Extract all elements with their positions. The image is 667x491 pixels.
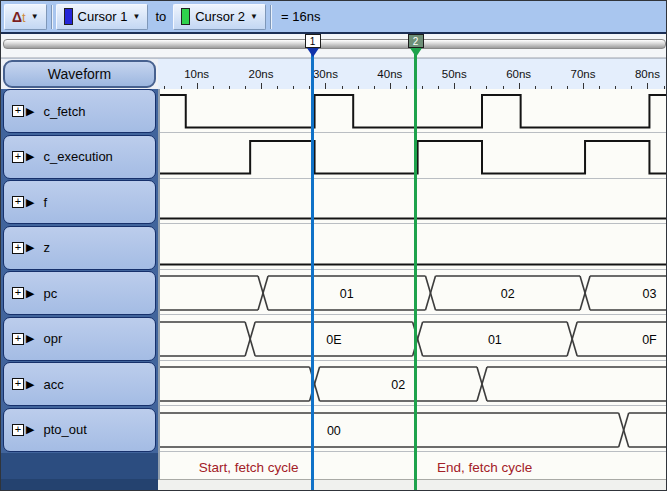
signal-arrow-icon: ▶ bbox=[26, 424, 34, 435]
annotation-text: End, fetch cycle bbox=[437, 460, 532, 475]
cursor1-select[interactable]: Cursor 1 ▼ bbox=[56, 4, 149, 30]
signal-name-label: pto_out bbox=[43, 422, 86, 437]
signal-row-opr[interactable]: +▶opr bbox=[3, 317, 156, 361]
toolbar: Δt ▼ Cursor 1 ▼ to Cursor 2 ▼ = 16ns bbox=[1, 1, 667, 34]
delta-time-value: = 16ns bbox=[275, 9, 326, 24]
panel-bottom-filler bbox=[1, 453, 158, 479]
expand-plus-icon[interactable]: + bbox=[12, 424, 24, 436]
signal-name-label: pc bbox=[43, 286, 57, 301]
cursor1-flag[interactable]: 1 bbox=[305, 34, 321, 48]
signal-row-c_fetch[interactable]: +▶c_fetch bbox=[3, 89, 156, 133]
signal-arrow-icon: ▶ bbox=[26, 197, 34, 208]
chevron-down-icon: ▼ bbox=[31, 13, 39, 21]
bus-value-label: 0F bbox=[642, 332, 657, 346]
expand-plus-icon[interactable]: + bbox=[12, 333, 24, 345]
cursor2-line[interactable] bbox=[414, 49, 417, 491]
ruler-tick-label: 70ns bbox=[571, 68, 596, 80]
signal-name-label: opr bbox=[43, 331, 62, 346]
ruler-tick-label: 40ns bbox=[377, 68, 402, 80]
to-label: to bbox=[151, 9, 170, 24]
signal-row-pc[interactable]: +▶pc bbox=[3, 271, 156, 315]
expand-plus-icon[interactable]: + bbox=[12, 151, 24, 163]
bus-value-label: 02 bbox=[501, 287, 515, 301]
header-row: Waveform 10ns20ns30ns40ns50ns60ns70ns80n… bbox=[1, 58, 667, 89]
annotation-text: Start, fetch cycle bbox=[199, 460, 299, 475]
cursor1-color-swatch bbox=[64, 8, 73, 25]
expand-plus-icon[interactable]: + bbox=[12, 378, 24, 390]
chevron-down-icon: ▼ bbox=[132, 13, 140, 21]
bus-value-label: 0E bbox=[326, 332, 341, 346]
signal-name-label: c_execution bbox=[43, 149, 112, 164]
signal-row-c_execution[interactable]: +▶c_execution bbox=[3, 135, 156, 179]
signal-row-z[interactable]: +▶z bbox=[3, 226, 156, 270]
cursor2-flag-pointer-icon[interactable] bbox=[410, 48, 422, 57]
signal-arrow-icon: ▶ bbox=[26, 106, 34, 117]
signal-name-label: f bbox=[43, 195, 47, 210]
bus-value-label: 00 bbox=[327, 423, 341, 437]
ruler-tick-label: 80ns bbox=[635, 68, 660, 80]
signal-arrow-icon: ▶ bbox=[26, 379, 34, 390]
waveform-viewer-window: Δt ▼ Cursor 1 ▼ to Cursor 2 ▼ = 16ns Wav… bbox=[0, 0, 667, 491]
ruler-tick-label: 30ns bbox=[313, 68, 338, 80]
timeline-ruler[interactable]: 10ns20ns30ns40ns50ns60ns70ns80ns bbox=[158, 59, 667, 90]
expand-plus-icon[interactable]: + bbox=[12, 196, 24, 208]
cursor2-flag[interactable]: 2 bbox=[408, 34, 424, 48]
cursor1-select-label: Cursor 1 bbox=[78, 9, 128, 24]
bus-value-label: 01 bbox=[488, 332, 502, 346]
horizontal-scroll-area[interactable] bbox=[158, 479, 667, 491]
marker-track-strip bbox=[1, 34, 667, 58]
signal-arrow-icon: ▶ bbox=[26, 333, 34, 344]
ruler-tick-label: 60ns bbox=[506, 68, 531, 80]
expand-plus-icon[interactable]: + bbox=[12, 105, 24, 117]
waveform-header-button[interactable]: Waveform bbox=[3, 60, 156, 88]
cursor2-select[interactable]: Cursor 2 ▼ bbox=[173, 4, 266, 30]
cursor2-color-swatch bbox=[181, 8, 190, 25]
cursor1-line[interactable] bbox=[311, 49, 314, 491]
ruler-tick-label: 20ns bbox=[249, 68, 274, 80]
delta-time-label: Δt bbox=[12, 9, 26, 25]
signal-name-label: acc bbox=[43, 377, 63, 392]
signal-row-f[interactable]: +▶f bbox=[3, 180, 156, 224]
signal-name-label: c_fetch bbox=[43, 104, 85, 119]
signal-name-label: z bbox=[43, 240, 50, 255]
cursor1-flag-pointer-icon[interactable] bbox=[307, 48, 319, 57]
ruler-tick-label: 50ns bbox=[442, 68, 467, 80]
toolbar-separator bbox=[270, 5, 271, 29]
signal-arrow-icon: ▶ bbox=[26, 242, 34, 253]
bottom-left-filler bbox=[1, 479, 158, 491]
signal-name-panel: +▶c_fetch+▶c_execution+▶f+▶z+▶pc+▶opr+▶a… bbox=[1, 89, 158, 479]
bus-value-label: 01 bbox=[340, 287, 354, 301]
chevron-down-icon: ▼ bbox=[250, 13, 258, 21]
ruler-tick-label: 10ns bbox=[184, 68, 209, 80]
signal-arrow-icon: ▶ bbox=[26, 288, 34, 299]
header-left: Waveform bbox=[1, 59, 158, 90]
bus-value-label: 02 bbox=[391, 378, 405, 392]
expand-plus-icon[interactable]: + bbox=[12, 242, 24, 254]
bus-value-label: 03 bbox=[642, 287, 656, 301]
toolbar-separator bbox=[51, 5, 52, 29]
signal-arrow-icon: ▶ bbox=[26, 151, 34, 162]
signal-row-acc[interactable]: +▶acc bbox=[3, 362, 156, 406]
delta-time-button[interactable]: Δt ▼ bbox=[4, 4, 47, 30]
signal-row-pto_out[interactable]: +▶pto_out bbox=[3, 408, 156, 452]
expand-plus-icon[interactable]: + bbox=[12, 287, 24, 299]
marker-track[interactable] bbox=[3, 39, 666, 49]
wave-area[interactable]: 0102030E010F0200Start, fetch cycleEnd, f… bbox=[158, 89, 667, 479]
cursor2-select-label: Cursor 2 bbox=[195, 9, 245, 24]
